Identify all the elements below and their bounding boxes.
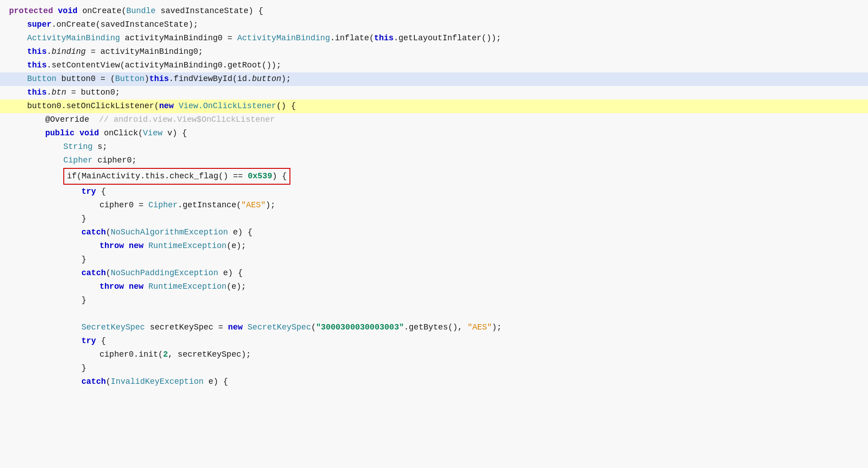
code-token [143, 239, 148, 253]
code-token [75, 127, 80, 140]
code-line-27: } [0, 362, 868, 375]
code-line-24: SecretKeySpec secretKeySpec = new Secret… [0, 321, 868, 334]
code-token: .getInstance( [178, 199, 241, 212]
code-token: onClick( [99, 127, 143, 140]
code-token: } [81, 212, 86, 225]
code-token [124, 239, 129, 253]
code-token: View.OnClickListener [179, 100, 276, 113]
code-token: RuntimeException [148, 280, 227, 293]
code-line-16: } [0, 212, 868, 226]
code-token: .setContentView(activityMainBinding0.get… [47, 59, 281, 72]
code-token: Bundle [126, 5, 156, 18]
code-line-20: catch(NoSuchPaddingException e) { [0, 267, 868, 280]
code-token: ( [311, 321, 316, 334]
code-token: ActivityMainBinding [27, 32, 120, 45]
code-line-10: public void onClick(View v) { [0, 127, 868, 140]
code-line-4: this.binding = activityMainBinding0; [0, 45, 868, 59]
code-token: . [47, 45, 52, 58]
code-token: InvalidKeyException [111, 375, 204, 388]
code-token: ); [492, 321, 502, 334]
code-token: .setOnClickListener( [62, 100, 159, 113]
code-token: new [129, 239, 143, 253]
code-token: catch [81, 375, 106, 388]
code-token: this [374, 32, 394, 45]
code-token: { [96, 185, 106, 198]
code-token: new [159, 100, 174, 113]
code-token: .inflate( [330, 32, 374, 45]
code-token [143, 280, 148, 293]
code-token: String [63, 140, 93, 153]
code-token: throw [100, 239, 124, 253]
code-token: Cipher [63, 154, 93, 167]
code-token: this [149, 72, 169, 86]
code-line-3: ActivityMainBinding activityMainBinding0… [0, 32, 868, 45]
code-line-26: cipher0.init(2, secretKeySpec); [0, 348, 868, 362]
code-token: SecretKeySpec [247, 321, 311, 334]
code-token: cipher0; [93, 154, 137, 167]
code-token: . [47, 86, 52, 99]
code-token: ( [106, 226, 111, 239]
code-token: "3000300030003003" [316, 321, 404, 334]
code-token: e) { [204, 375, 228, 388]
code-token: NoSuchAlgorithmException [111, 226, 228, 239]
code-line-25: try { [0, 334, 868, 348]
code-token: // android.view.View$OnClickListener [89, 113, 275, 126]
code-token: ( [106, 267, 111, 280]
code-token: new [228, 321, 242, 334]
code-token: = activityMainBinding0; [86, 45, 203, 58]
code-token: } [81, 362, 86, 375]
code-token: { [96, 334, 106, 348]
code-token: try [81, 334, 96, 348]
code-token: "AES" [241, 199, 266, 212]
code-token: (e); [227, 280, 246, 293]
code-token: (e); [227, 239, 246, 253]
code-token: } [81, 294, 86, 307]
code-token: .getBytes(), [404, 321, 467, 334]
code-token: super [27, 18, 52, 31]
code-token: ( [106, 375, 111, 388]
code-token: e) { [228, 226, 252, 239]
code-token: ) [144, 72, 149, 86]
code-line-28: catch(InvalidKeyException e) { [0, 375, 868, 389]
code-line-9: @Override // android.view.View$OnClickLi… [0, 113, 868, 127]
code-line-2: super.onCreate(savedInstanceState); [0, 18, 868, 32]
code-token: ) { [272, 172, 287, 181]
code-line-18: throw new RuntimeException(e); [0, 239, 868, 253]
code-token: RuntimeException [148, 239, 227, 253]
code-token: btn [52, 86, 66, 99]
code-token: 2 [163, 348, 168, 361]
code-token [53, 5, 58, 18]
code-token: = button0; [66, 86, 120, 99]
code-token: button [252, 72, 281, 86]
code-token: new [129, 280, 143, 293]
code-token: Button [27, 72, 57, 86]
code-line-1: protected void onCreate(Bundle savedInst… [0, 5, 868, 18]
code-token: s; [93, 140, 107, 153]
code-line-21: throw new RuntimeException(e); [0, 280, 868, 294]
code-token: Button [115, 72, 144, 86]
code-line-13: if(MainActivity.this.check_flag() == 0x5… [0, 167, 868, 185]
code-line-11: String s; [0, 140, 868, 154]
code-token: Cipher [148, 199, 178, 212]
code-line-5: this.setContentView(activityMainBinding0… [0, 59, 868, 72]
code-token: savedInstanceState) { [156, 5, 263, 18]
code-token: onCreate( [77, 5, 126, 18]
code-token: secretKeySpec = [145, 321, 228, 334]
code-token: } [81, 253, 86, 266]
code-token: "AES" [467, 321, 492, 334]
code-token: void [58, 5, 77, 18]
code-token: .getLayoutInflater()); [394, 32, 501, 45]
boxed-code: if(MainActivity.this.check_flag() == 0x5… [63, 168, 290, 185]
code-token: @Override [45, 113, 89, 126]
code-line-8: button0.setOnClickListener(new View.OnCl… [0, 100, 868, 113]
code-token: this [27, 86, 47, 99]
code-line-6: Button button0 = (Button)this.findViewBy… [0, 72, 868, 86]
code-token: , secretKeySpec); [168, 348, 251, 361]
code-line-23 [0, 307, 868, 321]
code-token: catch [81, 226, 106, 239]
code-token: binding [52, 45, 86, 58]
code-token [174, 100, 179, 113]
code-token: public [45, 127, 75, 140]
code-line-7: this.btn = button0; [0, 86, 868, 100]
code-token: NoSuchPaddingException [111, 267, 218, 280]
